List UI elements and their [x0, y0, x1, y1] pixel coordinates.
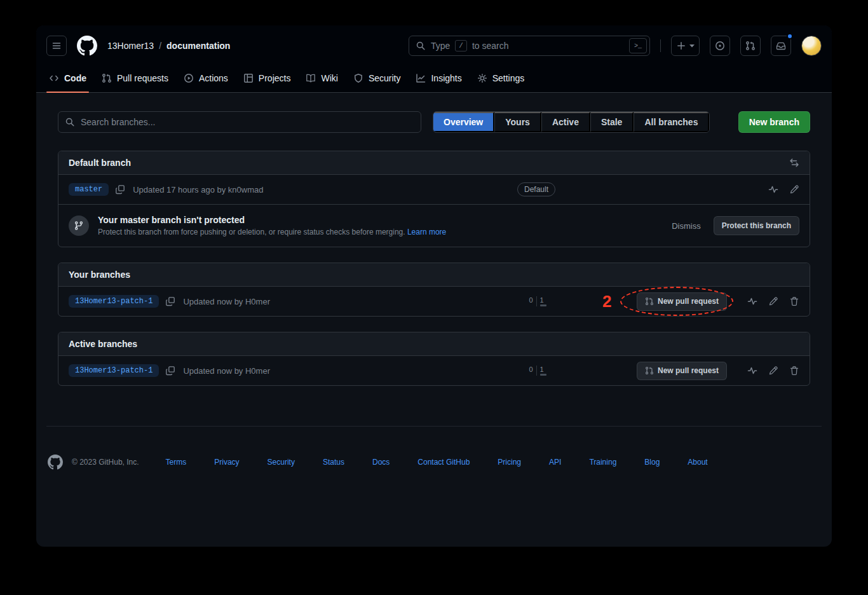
new-pull-request-button[interactable]: New pull request	[637, 292, 727, 311]
copy-icon	[115, 184, 125, 195]
card-title: Active branches	[69, 339, 137, 349]
branch-search	[58, 111, 421, 133]
filter-stale[interactable]: Stale	[590, 112, 634, 132]
rename-branch-button[interactable]	[768, 366, 778, 376]
footer-link-about[interactable]: About	[688, 458, 707, 467]
delete-branch-button[interactable]	[789, 366, 799, 376]
global-search[interactable]: Type / to search >_	[409, 36, 650, 56]
tab-security[interactable]: Security	[348, 66, 406, 92]
tab-label: Insights	[431, 73, 461, 83]
footer-link-pricing[interactable]: Pricing	[498, 458, 521, 467]
pull-requests-button[interactable]	[740, 36, 761, 56]
tab-settings[interactable]: Settings	[472, 66, 530, 92]
filter-all-branches[interactable]: All branches	[634, 112, 709, 132]
default-badge: Default	[517, 182, 555, 196]
hamburger-button[interactable]	[46, 36, 67, 56]
footer-link-blog[interactable]: Blog	[644, 458, 660, 467]
behind-cell: 0	[520, 296, 536, 306]
breadcrumb-repo[interactable]: documentation	[166, 41, 230, 51]
play-circle-icon	[184, 73, 194, 83]
protect-branch-button[interactable]: Protect this branch	[714, 216, 799, 235]
notification-dot	[787, 33, 793, 39]
active-branches-card-header: Active branches	[58, 332, 810, 356]
tab-code[interactable]: Code	[44, 66, 92, 92]
filter-yours[interactable]: Yours	[494, 112, 541, 132]
branch-name-badge[interactable]: 13Homer13-patch-1	[69, 364, 159, 377]
tab-label: Settings	[492, 73, 525, 83]
pr-button-area: New pull request	[574, 362, 727, 380]
new-branch-button[interactable]: New branch	[738, 111, 810, 133]
footer-link-security[interactable]: Security	[268, 458, 295, 467]
tab-wiki[interactable]: Wiki	[301, 66, 342, 92]
filter-active[interactable]: Active	[541, 112, 590, 132]
divergence-widget: 0 1	[520, 296, 553, 306]
branch-name-badge[interactable]: 13Homer13-patch-1	[69, 295, 159, 308]
filter-overview[interactable]: Overview	[433, 112, 494, 132]
branch-filter-group: Overview Yours Active Stale All branches	[433, 111, 710, 133]
compare-branches-button[interactable]	[789, 158, 799, 168]
footer-link-docs[interactable]: Docs	[372, 458, 390, 467]
pencil-icon	[789, 184, 799, 195]
branch-row: 13Homer13-patch-1 Updated now by H0mer 0	[58, 287, 810, 316]
active-branches-card: Active branches 13Homer13-patch-1 Update…	[58, 332, 810, 386]
git-pull-request-icon	[645, 297, 654, 306]
shield-icon	[353, 73, 363, 83]
activity-link[interactable]	[747, 366, 757, 376]
command-palette-button[interactable]: >_	[629, 38, 647, 53]
footer: © 2023 GitHub, Inc. Terms Privacy Securi…	[46, 426, 822, 470]
tab-insights[interactable]: Insights	[410, 66, 466, 92]
tab-pull-requests[interactable]: Pull requests	[97, 66, 173, 92]
issues-button[interactable]	[710, 36, 730, 56]
git-pull-request-icon	[745, 41, 756, 51]
inbox-icon	[776, 41, 786, 51]
row-actions	[738, 184, 799, 195]
tab-label: Security	[369, 73, 401, 83]
new-pull-request-button[interactable]: New pull request	[637, 362, 727, 380]
footer-link-terms[interactable]: Terms	[166, 458, 187, 467]
branch-name-badge[interactable]: master	[69, 183, 109, 196]
copy-branch-name-button[interactable]	[165, 366, 175, 376]
github-logo-link[interactable]	[77, 36, 97, 56]
footer-link-api[interactable]: API	[549, 458, 561, 467]
branch-search-input[interactable]	[81, 117, 414, 127]
ahead-count: 1	[540, 366, 544, 373]
breadcrumb-owner[interactable]: 13Homer13	[107, 41, 154, 51]
rename-branch-button[interactable]	[789, 184, 799, 195]
protection-actions: Dismiss Protect this branch	[672, 216, 799, 235]
github-mark-icon	[48, 455, 63, 470]
default-badge-col: Default	[498, 182, 574, 196]
copyright: © 2023 GitHub, Inc.	[72, 458, 139, 467]
default-branch-row: master Updated 17 hours ago by kn0wmad D…	[58, 175, 810, 204]
breadcrumb-separator: /	[159, 41, 161, 51]
activity-link[interactable]	[768, 184, 778, 195]
search-icon	[65, 117, 75, 127]
git-pull-request-icon	[645, 366, 654, 375]
footer-github-logo[interactable]	[48, 455, 63, 470]
activity-link[interactable]	[747, 296, 757, 306]
copy-branch-name-button[interactable]	[115, 184, 125, 195]
copy-icon	[165, 296, 175, 306]
footer-link-contact[interactable]: Contact GitHub	[417, 458, 470, 467]
dismiss-button[interactable]: Dismiss	[672, 221, 701, 231]
pr-button-area: 2 New pull request	[574, 292, 727, 311]
divergence-widget: 0 1	[520, 366, 553, 376]
app-header: 13Homer13 / documentation Type / to sear…	[36, 25, 832, 66]
new-pull-request-label: New pull request	[658, 366, 719, 375]
new-pull-request-label: New pull request	[658, 297, 719, 306]
issue-opened-icon	[715, 41, 725, 51]
footer-link-privacy[interactable]: Privacy	[214, 458, 239, 467]
trash-icon	[789, 366, 799, 376]
rename-branch-button[interactable]	[768, 296, 778, 306]
tab-projects[interactable]: Projects	[238, 66, 296, 92]
tab-actions[interactable]: Actions	[179, 66, 233, 92]
create-new-button[interactable]	[671, 36, 700, 56]
gear-icon	[477, 73, 487, 83]
copy-branch-name-button[interactable]	[165, 296, 175, 306]
avatar[interactable]	[801, 36, 822, 56]
footer-link-training[interactable]: Training	[589, 458, 616, 467]
repo-nav: Code Pull requests Actions Projects Wiki…	[36, 66, 832, 93]
delete-branch-button[interactable]	[789, 296, 799, 306]
main-content: Overview Yours Active Stale All branches…	[36, 93, 832, 386]
footer-link-status[interactable]: Status	[323, 458, 344, 467]
learn-more-link[interactable]: Learn more	[407, 228, 446, 236]
